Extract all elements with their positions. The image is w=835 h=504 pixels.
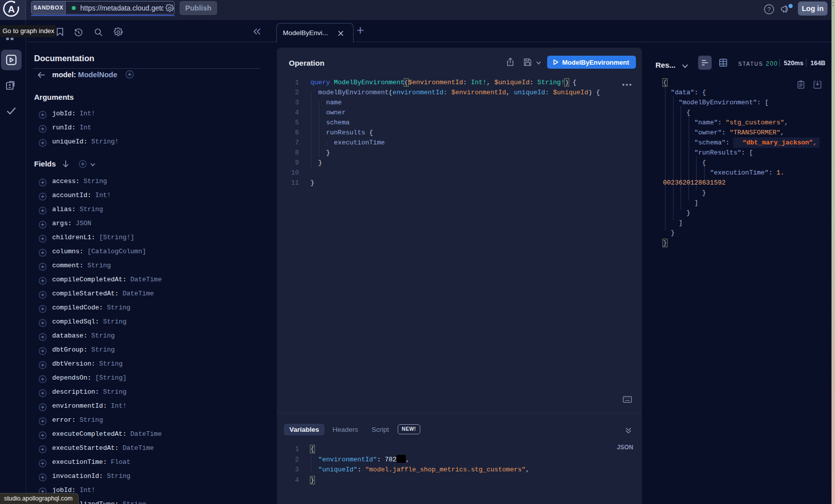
svg-text:A: A [8,4,15,15]
svg-text:?: ? [767,6,771,13]
